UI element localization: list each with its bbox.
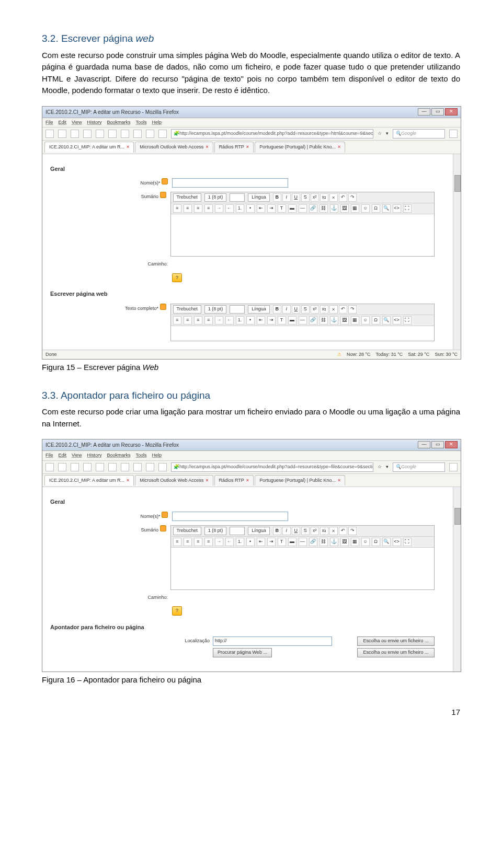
anchor-icon[interactable]: ⚓ xyxy=(330,316,338,325)
tab-outlook[interactable]: Microsoft Outlook Web Access× xyxy=(135,142,213,153)
minimize-button[interactable]: — xyxy=(418,441,430,448)
html-icon[interactable]: <> xyxy=(393,204,401,213)
hr-icon[interactable]: — xyxy=(299,538,307,546)
italic-icon[interactable]: I xyxy=(282,305,291,314)
menu-bookmarks[interactable]: Bookmarks xyxy=(107,452,130,459)
fullscreen-icon[interactable]: ⛶ xyxy=(403,538,412,546)
lang-select[interactable]: Língua xyxy=(248,305,270,314)
menu-tools[interactable]: Tools xyxy=(135,452,146,459)
stop-icon[interactable] xyxy=(83,130,92,138)
undo-icon[interactable]: ↶ xyxy=(339,527,347,535)
tab-close-icon[interactable]: × xyxy=(246,477,249,484)
help-icon[interactable] xyxy=(160,192,166,198)
strike-icon[interactable]: S xyxy=(301,193,310,202)
extra3-icon[interactable] xyxy=(146,130,154,138)
font-select[interactable]: Trebuchet xyxy=(173,527,201,535)
menu-help[interactable]: Help xyxy=(152,452,162,459)
address-bar[interactable]: 🧩 http://ecampus.ispa.pt/moodle/course/m… xyxy=(171,462,373,472)
size-select[interactable]: 1 (8 pt) xyxy=(204,193,227,202)
menu-edit[interactable]: Edit xyxy=(59,119,67,126)
vertical-scrollbar[interactable] xyxy=(453,487,461,672)
home-icon[interactable] xyxy=(96,130,104,138)
char-icon[interactable]: Ω xyxy=(372,204,380,213)
font-select[interactable]: Trebuchet xyxy=(173,193,201,202)
tab-portuguese[interactable]: Portuguese (Portugal) | Public Kno...× xyxy=(255,475,345,486)
align-right-icon[interactable]: ≡ xyxy=(194,316,202,325)
indent2-icon[interactable]: ⇥ xyxy=(267,538,276,546)
back-icon[interactable] xyxy=(45,463,54,471)
align-justify-icon[interactable]: ≡ xyxy=(204,316,213,325)
outdent2-icon[interactable]: ⇤ xyxy=(257,204,265,213)
style-select[interactable] xyxy=(230,305,245,314)
search-box[interactable]: 🔍 Google xyxy=(393,129,445,138)
rte-body-sumario[interactable] xyxy=(171,214,434,256)
indent2-icon[interactable]: ⇥ xyxy=(267,204,276,213)
emoji-icon[interactable]: ☺ xyxy=(361,204,370,213)
tab-radios[interactable]: Rádios RTP× xyxy=(214,475,254,486)
close-button[interactable]: ✕ xyxy=(445,441,458,448)
indent-icon[interactable]: → xyxy=(215,204,223,213)
color-icon[interactable]: T xyxy=(278,538,286,546)
tab-outlook[interactable]: Microsoft Outlook Web Access× xyxy=(135,475,213,486)
menu-edit[interactable]: Edit xyxy=(59,452,67,459)
maximize-button[interactable]: ▭ xyxy=(431,441,444,448)
star-icon[interactable]: ☆ xyxy=(378,130,382,137)
search-replace-icon[interactable]: 🔍 xyxy=(382,204,391,213)
ul-icon[interactable]: • xyxy=(246,316,255,325)
menu-view[interactable]: View xyxy=(72,119,82,126)
strike-icon[interactable]: S xyxy=(301,527,310,535)
outdent2-icon[interactable]: ⇤ xyxy=(257,316,265,325)
underline-icon[interactable]: U xyxy=(292,527,300,535)
extra4-icon[interactable] xyxy=(158,130,167,138)
font-select[interactable]: Trebuchet xyxy=(173,305,201,314)
clear-icon[interactable]: ⨉ xyxy=(329,527,338,535)
align-justify-icon[interactable]: ≡ xyxy=(204,204,213,213)
help-toggle-button[interactable]: ? xyxy=(172,606,182,616)
vertical-scrollbar[interactable] xyxy=(453,154,461,350)
forward-icon[interactable] xyxy=(58,130,66,138)
char-icon[interactable]: Ω xyxy=(372,316,380,325)
underline-icon[interactable]: U xyxy=(292,305,300,314)
redo-icon[interactable]: ↷ xyxy=(348,305,357,314)
undo-icon[interactable]: ↶ xyxy=(339,305,347,314)
tab-moodle[interactable]: ICE.2010.2.CI_MIP: A editar um R...× xyxy=(44,475,134,486)
italic-icon[interactable]: I xyxy=(282,527,291,535)
align-justify-icon[interactable]: ≡ xyxy=(204,538,213,546)
table-icon[interactable]: ▦ xyxy=(351,538,359,546)
search-box[interactable]: 🔍 Google xyxy=(393,462,445,472)
menu-view[interactable]: View xyxy=(72,452,82,459)
bgcolor-icon[interactable]: ▬ xyxy=(288,316,296,325)
image-icon[interactable]: 🖼 xyxy=(340,538,349,546)
search-replace-icon[interactable]: 🔍 xyxy=(382,538,391,546)
tab-close-icon[interactable]: × xyxy=(206,144,208,151)
image-icon[interactable]: 🖼 xyxy=(340,316,349,325)
hr-icon[interactable]: — xyxy=(299,204,307,213)
tab-portuguese[interactable]: Portuguese (Portugal) | Public Kno...× xyxy=(255,142,345,153)
menu-help[interactable]: Help xyxy=(152,119,162,126)
redo-icon[interactable]: ↷ xyxy=(348,193,357,202)
html-icon[interactable]: <> xyxy=(393,538,401,546)
help-toggle-button[interactable]: ? xyxy=(172,273,182,283)
menu-history[interactable]: History xyxy=(87,119,101,126)
home-icon[interactable] xyxy=(96,463,104,471)
sup-icon[interactable]: x² xyxy=(311,305,319,314)
html-icon[interactable]: <> xyxy=(393,316,401,325)
rte-body-sumario-2[interactable] xyxy=(171,548,434,589)
align-left-icon[interactable]: ≡ xyxy=(173,316,181,325)
help-icon[interactable] xyxy=(162,512,168,518)
tab-close-icon[interactable]: × xyxy=(338,477,340,484)
lang-select[interactable]: Língua xyxy=(248,527,270,535)
ol-icon[interactable]: 1. xyxy=(236,538,244,546)
fullscreen-icon[interactable]: ⛶ xyxy=(403,316,412,325)
indent-icon[interactable]: → xyxy=(215,538,223,546)
extra3-icon[interactable] xyxy=(146,463,154,471)
choose-file-button-2[interactable]: Escolha ou envie um ficheiro ... xyxy=(357,648,435,657)
menu-bookmarks[interactable]: Bookmarks xyxy=(107,119,130,126)
tab-radios[interactable]: Rádios RTP× xyxy=(214,142,254,153)
table-icon[interactable]: ▦ xyxy=(351,316,359,325)
star-icon[interactable]: ☆ xyxy=(378,464,382,471)
tab-close-icon[interactable]: × xyxy=(338,144,340,151)
bold-icon[interactable]: B xyxy=(273,527,281,535)
bold-icon[interactable]: B xyxy=(273,305,281,314)
input-nome[interactable] xyxy=(172,178,288,188)
